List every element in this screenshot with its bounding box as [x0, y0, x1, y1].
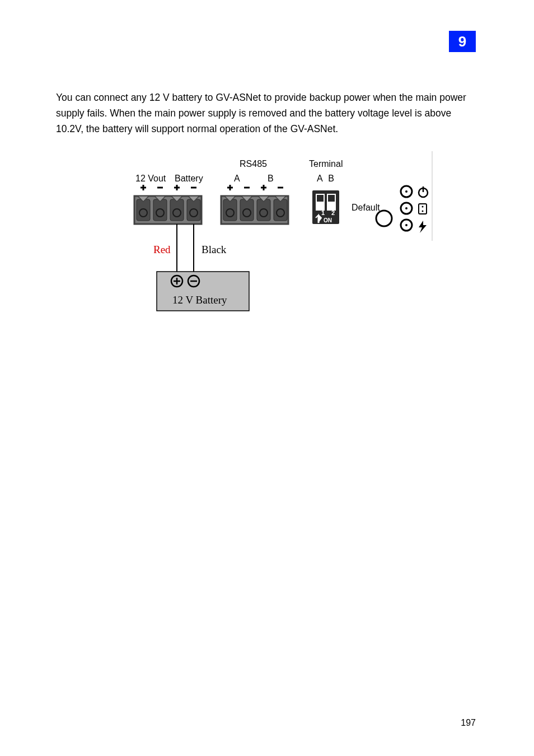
- svg-rect-25: [274, 199, 287, 221]
- label-12vout: 12 Vout: [135, 174, 166, 184]
- svg-rect-23: [240, 199, 254, 221]
- label-terminal-ab: A B: [317, 174, 336, 184]
- svg-point-53: [405, 224, 407, 226]
- label-rs485-b: B: [268, 174, 274, 184]
- svg-rect-6: [187, 199, 200, 221]
- chapter-number: 9: [458, 33, 466, 50]
- wiring-diagram: 12 Vout Battery RS485 A B Terminal A B 1…: [123, 151, 437, 319]
- svg-point-52: [405, 207, 407, 209]
- svg-rect-44: [328, 195, 335, 202]
- body-paragraph: You can connect any 12 V battery to GV-A…: [56, 90, 478, 137]
- svg-point-51: [405, 190, 407, 193]
- label-battery-hdr: Battery: [175, 174, 203, 184]
- svg-rect-43: [317, 195, 324, 202]
- label-terminal: Terminal: [309, 159, 343, 169]
- label-rs485-a: A: [234, 174, 240, 184]
- label-default: Default: [352, 203, 380, 213]
- svg-rect-22: [223, 199, 237, 221]
- label-dip1: 1: [321, 209, 325, 216]
- svg-rect-5: [170, 199, 184, 221]
- svg-rect-3: [137, 199, 150, 221]
- svg-point-57: [422, 206, 424, 208]
- label-dip-on: ON: [324, 217, 332, 223]
- label-battery-box: 12 V Battery: [172, 294, 227, 306]
- page-number: 197: [461, 718, 476, 728]
- chapter-badge: 9: [449, 31, 476, 52]
- label-black-wire: Black: [202, 244, 226, 256]
- label-rs485: RS485: [240, 159, 267, 169]
- label-red-wire: Red: [153, 244, 171, 256]
- svg-rect-24: [257, 199, 270, 221]
- svg-point-58: [422, 211, 424, 212]
- svg-rect-4: [153, 199, 167, 221]
- label-dip2: 2: [331, 209, 335, 216]
